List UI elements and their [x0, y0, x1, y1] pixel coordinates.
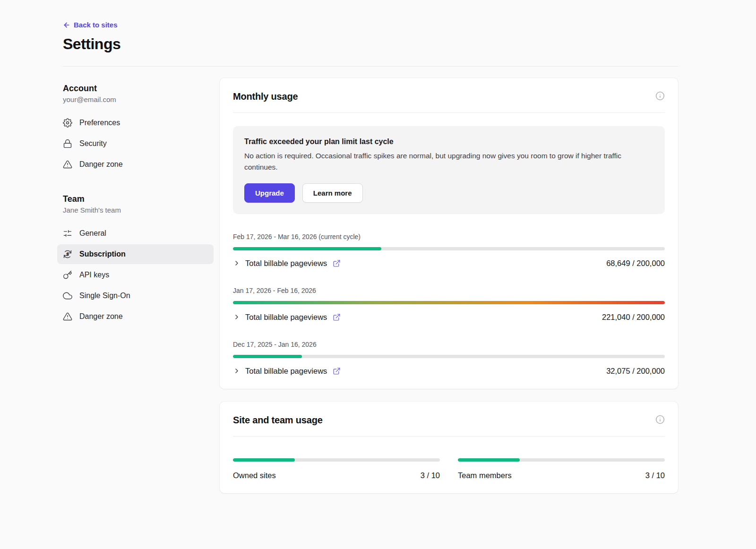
- account-nav: Preferences Security Danger zone: [57, 113, 214, 174]
- chevron-right-icon: [233, 313, 241, 321]
- usage-cycle-older: Dec 17, 2025 - Jan 16, 2026 Total billab…: [233, 341, 665, 376]
- owned-sites-label: Owned sites: [233, 471, 276, 480]
- lock-icon: [63, 139, 72, 148]
- warning-triangle-icon: [63, 160, 72, 169]
- sidebar-item-label: Subscription: [79, 250, 126, 258]
- warning-triangle-icon: [63, 312, 72, 321]
- upgrade-button[interactable]: Upgrade: [244, 183, 295, 203]
- account-section: Account your@email.com Preferences Secur…: [63, 84, 208, 174]
- sidebar-item-label: Single Sign-On: [79, 292, 130, 300]
- usage-progress-bar: [233, 355, 665, 358]
- sidebar-item-label: Danger zone: [79, 160, 123, 169]
- site-team-usage-info-button[interactable]: [655, 415, 665, 424]
- usage-progress-fill: [233, 247, 381, 250]
- dollar-refresh-icon: $: [63, 249, 72, 259]
- sidebar-item-security[interactable]: Security: [57, 134, 214, 154]
- chevron-right-icon: [233, 259, 241, 267]
- site-team-usage-title: Site and team usage: [233, 415, 323, 426]
- account-section-title: Account: [63, 84, 208, 94]
- info-icon: [655, 91, 665, 101]
- key-icon: [63, 270, 72, 280]
- billable-pageviews-label: Total billable pageviews: [245, 259, 327, 268]
- owned-sites-progress-bar: [233, 458, 440, 462]
- sidebar-item-label: General: [79, 229, 106, 238]
- svg-text:$: $: [66, 251, 69, 256]
- sidebar-item-single-sign-on[interactable]: Single Sign-On: [57, 286, 214, 306]
- sliders-icon: [63, 229, 72, 238]
- cloud-icon: [63, 291, 72, 300]
- back-link-label: Back to sites: [74, 21, 118, 29]
- usage-cycle-previous: Jan 17, 2026 - Feb 16, 2026 Total billab…: [233, 287, 665, 322]
- account-email: your@email.com: [63, 95, 208, 103]
- team-nav: General $ Subscription API keys: [57, 223, 214, 326]
- settings-main: Monthly usage Traffic exceeded your plan…: [220, 78, 678, 493]
- team-name: Jane Smith's team: [63, 206, 208, 214]
- usage-cycle-current: Feb 17, 2026 - Mar 16, 2026 (current cyc…: [233, 233, 665, 268]
- external-link-icon[interactable]: [333, 313, 341, 321]
- sidebar-item-label: Preferences: [79, 119, 120, 127]
- card-divider: [233, 112, 665, 113]
- chevron-right-icon: [233, 367, 241, 375]
- settings-page: Back to sites Settings Account your@emai…: [0, 0, 756, 512]
- sidebar-item-api-keys[interactable]: API keys: [57, 265, 214, 285]
- sidebar-item-label: API keys: [79, 271, 109, 279]
- cycle-period: Feb 17, 2026 - Mar 16, 2026 (current cyc…: [233, 233, 665, 240]
- page-title: Settings: [63, 35, 678, 53]
- billable-pageviews-toggle[interactable]: Total billable pageviews: [233, 313, 341, 322]
- billable-pageviews-label: Total billable pageviews: [245, 367, 327, 376]
- usage-progress-fill: [233, 355, 302, 358]
- team-section-title: Team: [63, 194, 208, 204]
- external-link-icon[interactable]: [333, 367, 341, 375]
- header-divider: [63, 66, 678, 67]
- billable-pageviews-toggle[interactable]: Total billable pageviews: [233, 367, 341, 376]
- usage-progress-bar: [233, 301, 665, 304]
- site-team-usage-card: Site and team usage Owned sites 3 / 10: [220, 402, 678, 493]
- sidebar-item-preferences[interactable]: Preferences: [57, 113, 214, 133]
- monthly-usage-card: Monthly usage Traffic exceeded your plan…: [220, 78, 678, 389]
- team-members-value: 3 / 10: [645, 471, 665, 480]
- external-link-icon[interactable]: [333, 259, 341, 267]
- owned-sites-meter: Owned sites 3 / 10: [233, 452, 440, 480]
- team-members-meter: Team members 3 / 10: [458, 452, 665, 480]
- cycle-period: Dec 17, 2025 - Jan 16, 2026: [233, 341, 665, 348]
- monthly-usage-info-button[interactable]: [655, 91, 665, 101]
- team-members-progress-fill: [458, 458, 520, 462]
- traffic-exceeded-notice: Traffic exceeded your plan limit last cy…: [233, 126, 665, 214]
- monthly-usage-title: Monthly usage: [233, 91, 298, 102]
- team-members-progress-bar: [458, 458, 665, 462]
- card-divider: [233, 436, 665, 437]
- billable-pageviews-toggle[interactable]: Total billable pageviews: [233, 259, 341, 268]
- usage-value: 32,075 / 200,000: [606, 367, 665, 376]
- settings-sidebar: Account your@email.com Preferences Secur…: [63, 78, 208, 493]
- sidebar-item-danger-zone-account[interactable]: Danger zone: [57, 154, 214, 174]
- usage-value: 221,040 / 200,000: [602, 313, 665, 322]
- learn-more-button[interactable]: Learn more: [302, 183, 363, 203]
- info-icon: [655, 415, 665, 424]
- usage-progress-fill-over-limit: [233, 301, 665, 304]
- notice-title: Traffic exceeded your plan limit last cy…: [244, 137, 653, 146]
- usage-value: 68,649 / 200,000: [606, 259, 665, 268]
- notice-body: No action is required. Occasional traffi…: [244, 150, 653, 173]
- sidebar-item-general[interactable]: General: [57, 223, 214, 243]
- owned-sites-progress-fill: [233, 458, 295, 462]
- gear-icon: [63, 118, 72, 128]
- sidebar-item-danger-zone-team[interactable]: Danger zone: [57, 307, 214, 326]
- billable-pageviews-label: Total billable pageviews: [245, 313, 327, 322]
- sidebar-item-label: Security: [79, 139, 107, 148]
- team-members-label: Team members: [458, 471, 512, 480]
- owned-sites-value: 3 / 10: [421, 471, 440, 480]
- usage-progress-bar: [233, 247, 665, 250]
- team-section: Team Jane Smith's team General $ Subscri…: [63, 194, 208, 326]
- cycle-period: Jan 17, 2026 - Feb 16, 2026: [233, 287, 665, 294]
- sidebar-item-subscription[interactable]: $ Subscription: [57, 244, 214, 264]
- back-to-sites-link[interactable]: Back to sites: [63, 21, 118, 29]
- sidebar-item-label: Danger zone: [79, 312, 123, 321]
- arrow-left-icon: [63, 21, 70, 29]
